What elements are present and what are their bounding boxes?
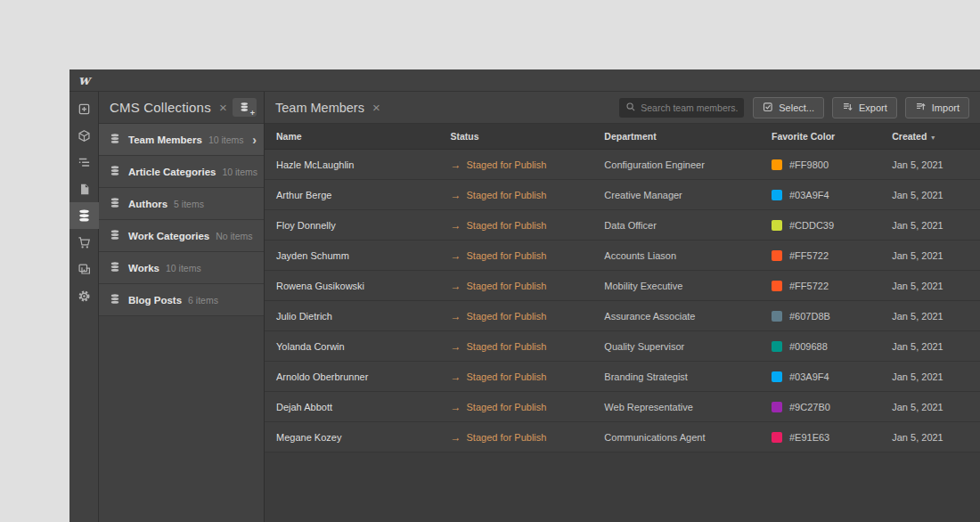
- navigator-icon: [78, 156, 91, 169]
- collection-item-work-categories[interactable]: Work Categories No items: [99, 220, 264, 252]
- status-badge: Staged for Publish: [467, 220, 547, 231]
- status-arrow-icon: →: [451, 371, 461, 383]
- page-icon: [78, 183, 91, 196]
- column-header-favorite-color[interactable]: Favorite Color: [772, 131, 892, 142]
- table-row[interactable]: Hazle McLaughlin →Staged for Publish Con…: [265, 150, 980, 180]
- status-arrow-icon: →: [451, 310, 461, 322]
- top-bar: w: [69, 69, 980, 92]
- color-swatch: [772, 250, 782, 261]
- collection-item-authors[interactable]: Authors 5 items: [99, 188, 264, 220]
- chevron-right-icon: ›: [252, 134, 257, 146]
- status-badge: Staged for Publish: [467, 432, 547, 443]
- color-swatch: [772, 281, 782, 291]
- column-header-created[interactable]: Created▾: [892, 131, 980, 142]
- status-badge: Staged for Publish: [467, 159, 547, 170]
- database-icon: [110, 260, 120, 276]
- table-row[interactable]: Jayden Schumm →Staged for Publish Accoun…: [265, 241, 980, 271]
- collection-item-team-members[interactable]: Team Members 10 items ›: [99, 124, 264, 156]
- column-header-department[interactable]: Department: [604, 131, 772, 142]
- collection-items-pane: Team Members × Select... Export Imp: [265, 92, 980, 522]
- navigator-button[interactable]: [69, 149, 99, 175]
- color-swatch: [772, 341, 782, 352]
- select-button[interactable]: Select...: [753, 97, 824, 118]
- status-arrow-icon: →: [451, 219, 461, 232]
- status-arrow-icon: →: [451, 280, 461, 292]
- left-toolbar: [69, 92, 99, 522]
- status-arrow-icon: →: [451, 159, 461, 171]
- sort-desc-icon: ▾: [931, 134, 935, 142]
- page-title: Team Members: [275, 101, 364, 115]
- status-arrow-icon: →: [451, 189, 461, 201]
- database-icon: [78, 208, 91, 223]
- table-row[interactable]: Floy Donnelly →Staged for Publish Data O…: [265, 210, 980, 241]
- search-icon: [625, 100, 636, 116]
- status-badge: Staged for Publish: [467, 250, 547, 261]
- status-arrow-icon: →: [451, 431, 461, 444]
- status-badge: Staged for Publish: [467, 281, 547, 291]
- cms-panel-header: CMS Collections × +: [99, 92, 264, 124]
- color-swatch: [772, 432, 782, 443]
- table-empty-area: [265, 453, 980, 522]
- color-swatch: [772, 190, 782, 200]
- export-button[interactable]: Export: [832, 97, 897, 118]
- search-input-wrap: [619, 98, 744, 118]
- table-row[interactable]: Julio Dietrich →Staged for Publish Assur…: [265, 301, 980, 331]
- status-badge: Staged for Publish: [467, 190, 547, 200]
- status-badge: Staged for Publish: [467, 341, 547, 352]
- add-elements-button[interactable]: [69, 95, 99, 122]
- column-header-status[interactable]: Status: [451, 131, 605, 142]
- collection-item-works[interactable]: Works 10 items: [99, 252, 264, 284]
- status-arrow-icon: →: [451, 340, 461, 353]
- symbols-button[interactable]: [69, 122, 99, 149]
- import-button[interactable]: Import: [905, 97, 969, 118]
- status-badge: Staged for Publish: [467, 402, 547, 412]
- plus-square-icon: [78, 102, 91, 116]
- color-swatch: [772, 159, 782, 170]
- table-row[interactable]: Arthur Berge →Staged for Publish Creativ…: [265, 180, 980, 210]
- webflow-logo[interactable]: w: [69, 72, 99, 88]
- database-icon: [110, 132, 120, 148]
- status-badge: Staged for Publish: [467, 311, 547, 322]
- export-icon: [842, 101, 859, 114]
- table-row[interactable]: Arnoldo Oberbrunner →Staged for Publish …: [265, 362, 980, 392]
- table-header-row: Name Status Department Favorite Color Cr…: [265, 124, 980, 150]
- panel-empty-area: [99, 316, 264, 522]
- search-input[interactable]: [641, 102, 738, 113]
- database-icon: [110, 164, 120, 180]
- settings-button[interactable]: [69, 282, 99, 309]
- database-icon: [110, 228, 120, 244]
- images-icon: [78, 263, 91, 276]
- panel-close-icon[interactable]: ×: [219, 101, 227, 114]
- status-arrow-icon: →: [451, 401, 461, 413]
- ecommerce-button[interactable]: [69, 229, 99, 256]
- main-header: Team Members × Select... Export Imp: [265, 92, 980, 124]
- assets-button[interactable]: [69, 256, 99, 282]
- cms-collections-button[interactable]: [69, 202, 99, 229]
- database-icon: [110, 292, 120, 308]
- color-swatch: [772, 402, 782, 412]
- table-row[interactable]: Rowena Gusikowski →Staged for Publish Mo…: [265, 271, 980, 301]
- status-arrow-icon: →: [451, 249, 461, 262]
- color-swatch: [772, 311, 782, 322]
- panel-title: CMS Collections: [110, 100, 211, 115]
- table-row[interactable]: Dejah Abbott →Staged for Publish Web Rep…: [265, 392, 980, 422]
- add-collection-button[interactable]: +: [233, 98, 257, 117]
- gear-icon: [78, 290, 91, 303]
- database-icon: [110, 196, 120, 212]
- table-row[interactable]: Yolanda Corwin →Staged for Publish Quali…: [265, 331, 980, 362]
- pane-close-icon[interactable]: ×: [372, 101, 380, 114]
- collection-item-blog-posts[interactable]: Blog Posts 6 items: [99, 284, 264, 316]
- cube-icon: [78, 129, 91, 143]
- designer-window: w: [69, 69, 980, 522]
- collection-item-article-categories[interactable]: Article Categories 10 items: [99, 156, 264, 188]
- import-icon: [915, 101, 932, 114]
- color-swatch: [772, 371, 782, 382]
- cart-icon: [78, 236, 91, 249]
- database-plus-icon: [240, 100, 250, 116]
- checkbox-check-icon: [763, 102, 779, 114]
- color-swatch: [772, 220, 782, 231]
- pages-button[interactable]: [69, 175, 99, 202]
- column-header-name[interactable]: Name: [276, 131, 451, 142]
- status-badge: Staged for Publish: [467, 371, 547, 382]
- table-row[interactable]: Megane Kozey →Staged for Publish Communi…: [265, 422, 980, 453]
